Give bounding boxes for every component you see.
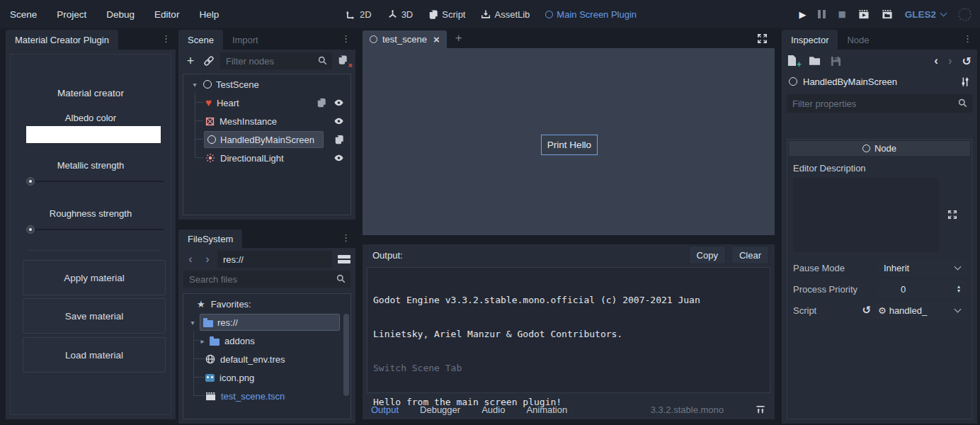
pause-button[interactable]: [818, 10, 826, 18]
roughness-strength-slider[interactable]: [26, 225, 164, 234]
scene-node-meshinstance[interactable]: MeshInstance: [184, 112, 350, 130]
sun-light-icon: [205, 153, 215, 163]
process-priority-spinbox[interactable]: 0 ▴▾: [878, 280, 966, 298]
scene-dock: Scene Import ⋮ + × ▾ TestSc: [178, 28, 355, 220]
bottom-tab-animation[interactable]: Animation: [526, 404, 567, 415]
file-row-test-scene[interactable]: test_scene.tscn: [184, 387, 350, 405]
workspace-script-button[interactable]: Script: [428, 9, 465, 20]
menu-scene[interactable]: Scene: [10, 9, 37, 20]
tab-import[interactable]: Import: [223, 30, 268, 50]
workspace-main-screen-plugin-button[interactable]: Main Screen Plugin: [545, 9, 637, 20]
workspace-2d-button[interactable]: 2D: [346, 9, 372, 20]
collapse-arrow-icon[interactable]: ▾: [190, 81, 199, 89]
menu-debug[interactable]: Debug: [106, 9, 135, 20]
file-row-default-env[interactable]: default_env.tres: [184, 350, 350, 368]
load-material-button[interactable]: Load material: [23, 337, 166, 373]
save-material-button[interactable]: Save material: [23, 298, 166, 334]
output-panel: Output: Copy Clear Godot Engine v3.3.2.s…: [363, 244, 775, 419]
clear-button[interactable]: Clear: [731, 246, 769, 264]
scene-tabstrip: Scene Import ⋮: [178, 28, 355, 50]
history-forward-button[interactable]: ›: [200, 252, 215, 266]
object-tools-icon[interactable]: [960, 76, 970, 87]
add-node-button[interactable]: +: [183, 54, 198, 68]
scene-node-testscene[interactable]: ▾ TestScene: [184, 75, 350, 94]
instance-scene-icon[interactable]: [203, 55, 215, 67]
category-node-bar[interactable]: Node: [789, 141, 970, 156]
editor-description-textarea[interactable]: [793, 178, 939, 251]
load-resource-folder-icon[interactable]: [809, 56, 821, 66]
workspace-3d-button[interactable]: 3D: [387, 9, 414, 20]
workspace-assetlib-button[interactable]: AssetLib: [481, 9, 530, 20]
bottom-tab-debugger[interactable]: Debugger: [420, 404, 460, 415]
new-scene-tab-button[interactable]: +: [455, 31, 462, 45]
script-attached-icon[interactable]: [317, 98, 326, 108]
scene-node-heart[interactable]: ♥ Heart: [184, 94, 350, 112]
edit-history-icon[interactable]: ↺: [962, 55, 972, 68]
apply-material-button[interactable]: Apply material: [23, 260, 166, 295]
folder-row-addons[interactable]: ▸ addons: [184, 332, 350, 350]
tab-inspector[interactable]: Inspector: [782, 30, 838, 50]
new-resource-button[interactable]: +: [787, 55, 799, 67]
dock-menu-icon[interactable]: ⋮: [341, 34, 351, 43]
console-line: Switch Scene Tab: [373, 363, 764, 374]
history-forward-button[interactable]: ›: [948, 54, 952, 68]
tab-scene[interactable]: Scene: [178, 30, 223, 50]
metallic-strength-slider[interactable]: [26, 177, 164, 186]
menu-project[interactable]: Project: [57, 9, 86, 20]
remove-x-icon: ×: [348, 61, 353, 69]
dock-menu-icon[interactable]: ⋮: [963, 34, 972, 43]
albedo-color-picker[interactable]: [26, 126, 161, 143]
spinbox-arrows-icon[interactable]: ▴▾: [957, 285, 960, 293]
expand-description-icon[interactable]: [947, 210, 957, 220]
folder-row-res[interactable]: ▾ res://: [184, 313, 350, 332]
print-hello-button[interactable]: Print Hello: [541, 135, 598, 155]
scene-node-handledbymainscreen[interactable]: HandledByMainScreen: [184, 130, 350, 149]
copy-button[interactable]: Copy: [689, 246, 726, 264]
file-row-icon-png[interactable]: icon.png: [184, 368, 350, 387]
output-console[interactable]: Godot Engine v3.3.2.stable.mono.official…: [367, 267, 770, 393]
tab-material-creator-plugin[interactable]: Material Creator Plugin: [6, 30, 118, 50]
search-files-input[interactable]: [189, 274, 332, 285]
history-back-button[interactable]: ‹: [183, 252, 198, 266]
detach-script-button[interactable]: ×: [338, 55, 351, 67]
toggle-split-mode-button[interactable]: [338, 255, 351, 264]
path-input[interactable]: [223, 254, 326, 265]
menu-help[interactable]: Help: [199, 9, 219, 20]
visibility-eye-icon[interactable]: [334, 116, 344, 126]
filter-properties-input[interactable]: [792, 98, 954, 109]
collapse-bottom-panel-icon[interactable]: [755, 405, 766, 414]
slider-handle[interactable]: [26, 177, 35, 186]
scene-node-directionallight[interactable]: DirectionalLight: [184, 149, 350, 167]
save-resource-floppy-icon[interactable]: [831, 56, 841, 67]
stop-button[interactable]: ■: [838, 9, 845, 19]
revert-script-icon[interactable]: ↺: [862, 304, 871, 317]
history-back-button[interactable]: ‹: [934, 54, 938, 68]
filesystem-scrollbar[interactable]: [343, 314, 349, 396]
menu-editor[interactable]: Editor: [154, 9, 179, 20]
visibility-eye-icon[interactable]: [334, 98, 344, 108]
dock-menu-icon[interactable]: ⋮: [341, 233, 351, 242]
script-dropdown[interactable]: ⚙ handled_: [875, 302, 966, 319]
inspector-dock: Inspector Node ⋮ + ‹ › ↺ HandledByMainSc…: [782, 28, 977, 424]
close-tab-icon[interactable]: ×: [433, 33, 440, 45]
tab-filesystem[interactable]: FileSystem: [178, 230, 242, 248]
tab-test-scene[interactable]: test_scene ×: [363, 30, 447, 48]
dock-menu-icon[interactable]: ⋮: [161, 34, 171, 43]
filter-nodes-input[interactable]: [226, 56, 314, 67]
visibility-eye-icon[interactable]: [334, 153, 344, 163]
pause-mode-dropdown[interactable]: Inherit: [878, 259, 966, 276]
play-scene-icon[interactable]: [858, 9, 870, 20]
bottom-tab-audio[interactable]: Audio: [482, 404, 505, 415]
favorites-row[interactable]: ★ Favorites:: [184, 295, 350, 313]
play-button[interactable]: ▶: [799, 9, 806, 20]
play-custom-scene-icon[interactable]: [882, 9, 893, 20]
collapse-arrow-icon[interactable]: ▾: [188, 319, 197, 327]
slider-handle[interactable]: [26, 225, 35, 234]
scene-dock-body: + × ▾ TestScene ♥ Hea: [178, 50, 355, 220]
expand-arrow-icon[interactable]: ▸: [198, 337, 207, 345]
expand-main-screen-icon[interactable]: [757, 33, 768, 44]
tab-node[interactable]: Node: [838, 30, 878, 50]
script-attached-icon[interactable]: [334, 135, 344, 144]
renderer-dropdown[interactable]: GLES2: [905, 9, 946, 20]
bottom-tab-output[interactable]: Output: [371, 404, 399, 415]
